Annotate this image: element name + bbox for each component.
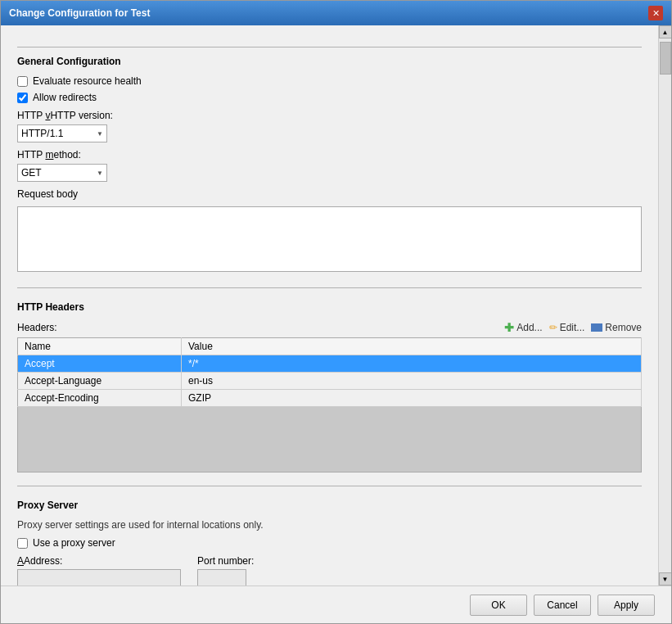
apply-button[interactable]: Apply: [598, 595, 655, 616]
use-proxy-checkbox[interactable]: [17, 538, 28, 549]
proxy-separator: [17, 486, 642, 486]
edit-label: Edit...: [560, 322, 585, 333]
http-method-label: HTTP method:: [17, 149, 642, 161]
window-title: Change Configuration for Test: [9, 7, 150, 19]
bottom-bar: OK Cancel Apply: [1, 586, 671, 623]
headers-table-header-row: Name Value: [18, 338, 642, 355]
header-name-cell: Accept: [18, 355, 182, 373]
scrollbar-thumb[interactable]: [660, 42, 671, 75]
http-version-arrow-icon: ▼: [97, 130, 103, 138]
proxy-description: Proxy server settings are used for inter…: [17, 519, 642, 531]
use-proxy-label: Use a proxy server: [33, 537, 115, 549]
http-version-value: HTTP/1.1: [21, 128, 63, 139]
evaluate-health-row: Evaluate resource health: [17, 75, 642, 87]
content-area: General Configuration Evaluate resource …: [1, 25, 658, 586]
table-row[interactable]: Accept-Languageen-us: [18, 373, 642, 390]
headers-table: Name Value Accept*/*Accept-Languageen-us…: [17, 337, 642, 407]
header-name-cell: Accept-Encoding: [18, 390, 182, 407]
remove-header-button[interactable]: Remove: [591, 322, 642, 333]
headers-label: Headers:: [17, 322, 57, 333]
proxy-fields: AAddress: Port number:: [17, 555, 642, 586]
port-label: Port number:: [197, 555, 254, 567]
allow-redirects-row: Allow redirects: [17, 92, 642, 103]
request-body-input[interactable]: [17, 206, 642, 272]
port-group: Port number:: [197, 555, 254, 586]
cancel-button[interactable]: Cancel: [534, 595, 591, 616]
col-name: Name: [18, 338, 182, 355]
table-row[interactable]: Accept*/*: [18, 355, 642, 373]
headers-section: HTTP Headers Headers: ✚ Add... ✏ Edit...: [17, 301, 642, 473]
port-input[interactable]: [197, 569, 246, 586]
remove-icon: [591, 323, 602, 332]
use-proxy-row: Use a proxy server: [17, 537, 642, 549]
proxy-section: Proxy Server Proxy server settings are u…: [17, 500, 642, 586]
window-body: General Configuration Evaluate resource …: [1, 25, 671, 586]
headers-actions: ✚ Add... ✏ Edit... Remove: [504, 321, 642, 334]
allow-redirects-checkbox[interactable]: [17, 93, 28, 103]
add-header-button[interactable]: ✚ Add...: [504, 321, 542, 334]
headers-empty-area: [17, 407, 642, 473]
evaluate-health-checkbox[interactable]: [17, 76, 28, 87]
http-version-dropdown[interactable]: HTTP/1.1 ▼: [17, 124, 107, 142]
request-body-label: Request body: [17, 188, 642, 200]
scrollbar[interactable]: ▲ ▼: [658, 25, 671, 586]
ok-button[interactable]: OK: [470, 595, 527, 616]
allow-redirects-label: Allow redirects: [33, 92, 97, 103]
header-value-cell: GZIP: [182, 390, 642, 407]
table-row[interactable]: Accept-EncodingGZIP: [18, 390, 642, 407]
top-separator: [17, 47, 642, 47]
close-button[interactable]: ✕: [648, 6, 663, 20]
edit-header-button[interactable]: ✏ Edit...: [549, 322, 585, 333]
scroll-up-button[interactable]: ▲: [659, 25, 672, 38]
headers-section-title: HTTP Headers: [17, 301, 642, 313]
headers-separator: [17, 287, 642, 288]
proxy-section-title: Proxy Server: [17, 500, 642, 511]
headers-toolbar: Headers: ✚ Add... ✏ Edit... Remove: [17, 321, 642, 334]
http-method-value: GET: [21, 167, 42, 179]
col-value: Value: [182, 338, 642, 355]
remove-label: Remove: [605, 322, 642, 333]
title-bar: Change Configuration for Test ✕: [1, 1, 671, 25]
general-section: General Configuration Evaluate resource …: [17, 56, 642, 274]
add-icon: ✚: [504, 321, 514, 334]
header-value-cell: */*: [182, 355, 642, 373]
main-window: Change Configuration for Test ✕ General …: [0, 0, 672, 624]
edit-icon: ✏: [549, 322, 557, 333]
scroll-down-button[interactable]: ▼: [659, 572, 672, 586]
address-group: AAddress:: [17, 555, 181, 586]
general-section-title: General Configuration: [17, 56, 642, 67]
evaluate-health-label: Evaluate resource health: [33, 75, 142, 87]
address-input[interactable]: [17, 569, 181, 586]
http-method-arrow-icon: ▼: [97, 170, 103, 177]
header-name-cell: Accept-Language: [18, 373, 182, 390]
address-label: AAddress:: [17, 555, 181, 567]
http-version-label: HTTP vHTTP version:: [17, 110, 642, 121]
http-method-dropdown[interactable]: GET ▼: [17, 164, 107, 182]
header-value-cell: en-us: [182, 373, 642, 390]
add-label: Add...: [516, 322, 542, 333]
